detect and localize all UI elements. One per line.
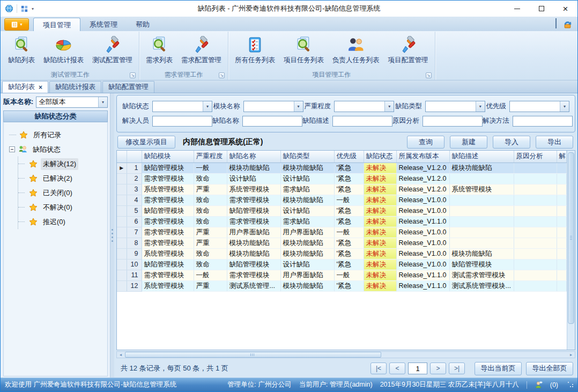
cell-defect-status[interactable]: 未解决: [364, 259, 396, 270]
filter-defect-type-combo[interactable]: ▾: [425, 101, 485, 112]
cell-release-version[interactable]: Release_V1.2.0: [396, 162, 449, 173]
cell-cause-analysis[interactable]: [514, 270, 557, 280]
ribbon-button-project-tasks-list[interactable]: 项目任务列表: [280, 34, 328, 67]
cell-defect-desc[interactable]: [449, 205, 514, 216]
cell-severity[interactable]: 致命: [194, 216, 227, 227]
column-header-defect-module[interactable]: 缺陷模块: [142, 151, 194, 162]
filter-solution-input[interactable]: [513, 116, 573, 127]
filter-resolver-input[interactable]: [152, 116, 212, 127]
ribbon-button-defect-stats-report[interactable]: 缺陷统计报表: [40, 34, 87, 67]
resize-grip-icon[interactable]: [568, 382, 574, 388]
cell-release-version[interactable]: Release_V1.0.0: [396, 248, 449, 259]
ribbon-button-test-config-mgmt[interactable]: 测试配置管理: [88, 34, 136, 67]
cell-solution[interactable]: [557, 248, 567, 259]
app-menu-button[interactable]: ▾: [4, 18, 29, 31]
cell-severity[interactable]: 致命: [194, 195, 227, 205]
dialog-launcher-icon[interactable]: ↘: [130, 72, 136, 78]
cell-defect-type[interactable]: 设计缺陷: [280, 205, 334, 216]
cell-defect-name[interactable]: 缺陷管理模块: [227, 205, 280, 216]
cell-defect-module[interactable]: 需求管理模块: [142, 195, 194, 205]
cell-defect-name[interactable]: 模块功能缺陷: [227, 248, 280, 259]
ribbon-tab-system-mgmt[interactable]: 系统管理: [80, 18, 127, 31]
cell-defect-module[interactable]: 需求管理模块: [142, 173, 194, 184]
cell-defect-desc[interactable]: [449, 238, 514, 248]
cell-defect-status[interactable]: 未解决: [364, 270, 396, 280]
scroll-right-icon[interactable]: ▸: [567, 352, 575, 358]
cell-priority[interactable]: '紧急: [334, 184, 364, 195]
chevron-down-icon[interactable]: ▾: [384, 101, 394, 112]
cell-defect-desc[interactable]: 测试系统管理模块...: [449, 280, 514, 291]
cell-defect-type[interactable]: 模块功能缺陷: [280, 162, 334, 173]
scrollbar-thumb[interactable]: [125, 352, 381, 358]
cell-defect-type[interactable]: 需求缺陷: [280, 184, 334, 195]
cell-solution[interactable]: [557, 162, 567, 173]
cell-defect-module[interactable]: 缺陷管理模块: [142, 162, 194, 173]
collapse-ribbon-button[interactable]: [555, 19, 557, 29]
cell-defect-module[interactable]: 系统管理模块: [142, 280, 194, 291]
cell-defect-desc[interactable]: [449, 216, 514, 227]
cell-solution[interactable]: [557, 227, 567, 238]
filter-cause-analysis-input[interactable]: [423, 116, 483, 127]
version-combo[interactable]: 全部版本 ▾: [36, 97, 108, 108]
cell-defect-status[interactable]: 未解决: [364, 173, 396, 184]
cell-cause-analysis[interactable]: [514, 162, 557, 173]
tiles-icon[interactable]: [20, 5, 28, 13]
filter-severity-combo[interactable]: ▾: [334, 101, 394, 112]
cell-defect-type[interactable]: 模块功能缺陷: [280, 238, 334, 248]
cell-severity[interactable]: 严重: [194, 184, 227, 195]
column-header-defect-status[interactable]: 缺陷状态: [364, 151, 396, 162]
column-header-priority[interactable]: 优先级: [334, 151, 364, 162]
cell-defect-name[interactable]: 用户界面缺陷: [227, 227, 280, 238]
cell-defect-name[interactable]: 测试系统管理...: [227, 280, 280, 291]
cell-release-version[interactable]: Release_V1.0.0: [396, 205, 449, 216]
ribbon-button-defect-list[interactable]: 缺陷列表: [4, 34, 39, 67]
cell-release-version[interactable]: Release_V1.1.0: [396, 280, 449, 291]
cell-cause-analysis[interactable]: [514, 238, 557, 248]
cell-solution[interactable]: [557, 238, 567, 248]
cell-priority[interactable]: 一般: [334, 227, 364, 238]
cell-severity[interactable]: 严重: [194, 238, 227, 248]
cell-release-version[interactable]: Release_V1.0.0: [396, 238, 449, 248]
cell-defect-name[interactable]: 需求管理模块: [227, 195, 280, 205]
tree-item-all-records[interactable]: 所有记录: [9, 128, 106, 142]
cell-priority[interactable]: '紧急: [334, 259, 364, 270]
cell-defect-name[interactable]: 需求管理模块: [227, 270, 280, 280]
close-tab-icon[interactable]: ×: [39, 84, 42, 91]
cell-defect-name[interactable]: 模块功能缺陷: [227, 238, 280, 248]
splitter[interactable]: [110, 93, 114, 378]
cell-defect-module[interactable]: 需求管理模块: [142, 227, 194, 238]
globe-icon[interactable]: [5, 4, 13, 13]
first-page-button[interactable]: |<: [370, 363, 387, 374]
maximize-button[interactable]: [529, 1, 553, 17]
cell-defect-desc[interactable]: [449, 195, 514, 205]
ribbon-button-all-tasks-list[interactable]: 所有任务列表: [231, 34, 279, 67]
cell-defect-desc[interactable]: 系统管理模块: [449, 184, 514, 195]
vertical-scrollbar[interactable]: [567, 151, 575, 350]
export-current-page-button[interactable]: 导出当前页: [475, 362, 522, 375]
page-number-input[interactable]: [408, 363, 427, 374]
filter-defect-status-combo[interactable]: ▾: [152, 101, 212, 112]
cell-solution[interactable]: [557, 184, 567, 195]
cell-defect-type[interactable]: 用户界面缺陷: [280, 270, 334, 280]
ribbon-button-owner-tasks-list[interactable]: 负责人任务列表: [329, 34, 383, 67]
prev-page-button[interactable]: <: [389, 363, 405, 374]
cell-cause-analysis[interactable]: [514, 195, 557, 205]
chevron-down-icon[interactable]: ▾: [98, 97, 107, 107]
cell-severity[interactable]: 致命: [194, 248, 227, 259]
cell-cause-analysis[interactable]: [514, 173, 557, 184]
cell-defect-module[interactable]: 需求管理模块: [142, 238, 194, 248]
filter-defect-name-input[interactable]: [242, 116, 302, 127]
filter-defect-desc-input[interactable]: [332, 116, 392, 127]
cell-priority[interactable]: '紧急: [334, 205, 364, 216]
ribbon-button-req-config-mgmt[interactable]: 需求配置管理: [177, 34, 225, 67]
tree-item-unresolved[interactable]: 未解决(12): [18, 157, 106, 171]
person-status-icon[interactable]: [535, 381, 543, 389]
cell-priority[interactable]: 一般: [334, 270, 364, 280]
column-header-solution[interactable]: 解决方法: [557, 151, 567, 162]
cell-solution[interactable]: [557, 205, 567, 216]
scrollbar-thumb[interactable]: [568, 152, 574, 324]
cell-defect-type[interactable]: 需求缺陷: [280, 216, 334, 227]
cell-defect-status[interactable]: 未解决: [364, 248, 396, 259]
cell-priority[interactable]: '紧急: [334, 280, 364, 291]
cell-severity[interactable]: 一般: [194, 270, 227, 280]
